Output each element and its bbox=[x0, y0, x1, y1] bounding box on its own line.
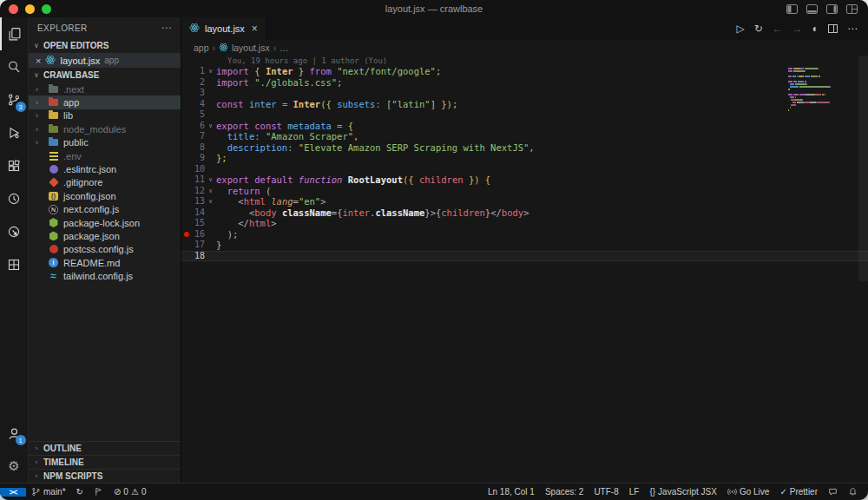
line-number[interactable]: 3 bbox=[181, 88, 205, 99]
minimize-window-button[interactable] bbox=[25, 4, 35, 14]
tree-item-postcss.config.js[interactable]: postcss.config.js bbox=[29, 243, 181, 256]
open-editor-layout-jsx[interactable]: × layout.jsx app bbox=[29, 53, 181, 68]
fold-chevron-icon[interactable]: ∨ bbox=[205, 186, 216, 197]
code-line-10[interactable]: 10 bbox=[181, 164, 868, 175]
fold-spacer[interactable] bbox=[205, 109, 216, 121]
run-file-icon[interactable]: ▷ bbox=[736, 23, 744, 35]
code-line-7[interactable]: 7 title: "Amazon Scraper", bbox=[181, 131, 868, 142]
section-npm-scripts[interactable]: ›NPM SCRIPTS bbox=[29, 469, 181, 483]
split-editor-icon[interactable] bbox=[828, 24, 838, 33]
open-editors-header[interactable]: ∨ OPEN EDITORS bbox=[29, 38, 181, 53]
tab-layout-jsx[interactable]: layout.jsx × bbox=[181, 17, 266, 40]
encoding-item[interactable]: UTF-8 bbox=[589, 487, 623, 497]
code-line-15[interactable]: 15 </html> bbox=[181, 218, 868, 229]
remote-indicator[interactable]: >< bbox=[0, 488, 26, 497]
breakpoint-icon[interactable] bbox=[184, 232, 189, 237]
line-number[interactable]: 15 bbox=[181, 218, 205, 229]
code-line-12[interactable]: 12∨ return ( bbox=[181, 186, 868, 197]
tree-item-.env[interactable]: .env bbox=[29, 149, 181, 162]
zoom-window-button[interactable] bbox=[42, 4, 51, 14]
code-line-18[interactable]: 18 bbox=[181, 251, 868, 262]
run-debug-icon[interactable] bbox=[0, 116, 29, 149]
code-line-4[interactable]: 4const inter = Inter({ subsets: ["latin"… bbox=[181, 99, 868, 110]
search-icon[interactable] bbox=[0, 50, 29, 83]
code-line-6[interactable]: 6∨export const metadata = { bbox=[181, 121, 868, 132]
toggle-secondary-sidebar-icon[interactable] bbox=[826, 4, 838, 14]
fold-spacer[interactable] bbox=[205, 240, 216, 251]
tree-item-app[interactable]: ›app bbox=[29, 95, 181, 109]
indentation-item[interactable]: Spaces: 2 bbox=[540, 487, 589, 497]
prettier-item[interactable]: ✓Prettier bbox=[774, 487, 823, 497]
code-editor[interactable]: You, 19 hours ago | 1 author (You) 1∨imp… bbox=[181, 56, 868, 483]
minimap[interactable] bbox=[788, 68, 849, 115]
line-number[interactable]: 18 bbox=[181, 251, 205, 262]
line-number[interactable]: 17 bbox=[181, 240, 205, 251]
close-window-button[interactable] bbox=[9, 4, 18, 14]
fold-spacer[interactable] bbox=[205, 99, 216, 110]
nav-forward-icon[interactable]: → bbox=[792, 23, 803, 35]
code-line-14[interactable]: 14 <body className={inter.className}>{ch… bbox=[181, 207, 868, 219]
fold-spacer[interactable] bbox=[205, 207, 216, 219]
code-line-8[interactable]: 8 description: "Elevate Amazon SERP Scra… bbox=[181, 142, 868, 154]
fold-spacer[interactable] bbox=[205, 251, 216, 262]
code-line-5[interactable]: 5 bbox=[181, 109, 868, 121]
explorer-more-actions-icon[interactable]: ⋯ bbox=[161, 22, 172, 34]
fold-chevron-icon[interactable]: ∨ bbox=[205, 121, 216, 132]
live-preview-icon[interactable]: ◐ bbox=[812, 23, 819, 35]
customize-layout-icon[interactable] bbox=[846, 4, 858, 14]
fold-chevron-icon[interactable]: ∨ bbox=[205, 196, 216, 207]
fold-chevron-icon[interactable]: ∨ bbox=[205, 174, 216, 186]
tree-item-.next[interactable]: ›.next bbox=[29, 82, 181, 95]
go-live-item[interactable]: Go Live bbox=[722, 487, 774, 497]
nav-back-icon[interactable]: ← bbox=[773, 23, 783, 35]
fold-spacer[interactable] bbox=[205, 88, 216, 99]
fold-chevron-icon[interactable]: ∨ bbox=[205, 66, 216, 77]
notifications-bell-icon[interactable] bbox=[843, 487, 863, 497]
settings-gear-icon[interactable]: ⚙ bbox=[0, 450, 29, 483]
tree-item-.eslintrc.json[interactable]: .eslintrc.json bbox=[29, 162, 181, 175]
tree-item-node_modules[interactable]: ›node_modules bbox=[29, 122, 181, 135]
cursor-position-item[interactable]: Ln 18, Col 1 bbox=[483, 487, 540, 497]
editor-scrollbar[interactable] bbox=[858, 56, 868, 281]
problems-item[interactable]: ⊘0 ⚠0 bbox=[108, 487, 151, 497]
editor-more-actions-icon[interactable]: ⋯ bbox=[847, 23, 858, 35]
fold-spacer[interactable] bbox=[205, 77, 216, 89]
code-line-9[interactable]: 9}; bbox=[181, 153, 868, 164]
fold-spacer[interactable] bbox=[205, 142, 216, 154]
close-tab-icon[interactable]: × bbox=[252, 23, 258, 35]
code-line-2[interactable]: 2import "./globals.css"; bbox=[181, 77, 868, 89]
language-mode-item[interactable]: {}JavaScript JSX bbox=[644, 487, 722, 497]
breadcrumb-symbol[interactable]: … bbox=[279, 43, 289, 53]
line-number[interactable]: 14 bbox=[181, 207, 205, 219]
code-line-3[interactable]: 3 bbox=[181, 88, 868, 99]
extensions-icon[interactable] bbox=[0, 149, 29, 182]
fold-spacer[interactable] bbox=[205, 131, 216, 142]
section-outline[interactable]: ›OUTLINE bbox=[29, 441, 181, 455]
tree-item-next.config.js[interactable]: Nnext.config.js bbox=[29, 203, 181, 216]
clock-extension-icon[interactable] bbox=[0, 182, 29, 215]
line-number[interactable]: 11 bbox=[181, 174, 205, 186]
code-line-16[interactable]: 16 ); bbox=[181, 229, 868, 240]
line-number[interactable]: 7 bbox=[181, 131, 205, 142]
toggle-panel-icon[interactable] bbox=[806, 4, 818, 14]
fold-spacer[interactable] bbox=[205, 229, 216, 240]
grid-extension-icon[interactable] bbox=[0, 248, 29, 281]
tree-item-.gitignore[interactable]: .gitignore bbox=[29, 176, 181, 189]
tree-item-public[interactable]: ›public bbox=[29, 136, 181, 149]
breadcrumb-app[interactable]: app bbox=[194, 43, 209, 53]
close-editor-icon[interactable]: × bbox=[36, 56, 41, 66]
tree-item-README.md[interactable]: iREADME.md bbox=[29, 256, 181, 269]
line-number[interactable]: 12 bbox=[181, 186, 205, 197]
line-number[interactable]: 8 bbox=[181, 142, 205, 154]
git-branch-item[interactable]: main* bbox=[26, 487, 71, 497]
source-control-icon[interactable]: 3 bbox=[0, 83, 29, 116]
code-line-17[interactable]: 17} bbox=[181, 240, 868, 251]
workspace-header[interactable]: ∨ CRAWLBASE bbox=[29, 68, 181, 82]
sync-changes-item[interactable]: ↻ bbox=[71, 487, 89, 497]
fold-spacer[interactable] bbox=[205, 218, 216, 229]
line-number[interactable]: 6 bbox=[181, 121, 205, 132]
line-number[interactable]: 13 bbox=[181, 196, 205, 207]
code-line-11[interactable]: 11∨export default function RootLayout({ … bbox=[181, 174, 868, 186]
line-number[interactable]: 5 bbox=[181, 109, 205, 121]
code-line-1[interactable]: 1∨import { Inter } from "next/font/googl… bbox=[181, 66, 868, 77]
